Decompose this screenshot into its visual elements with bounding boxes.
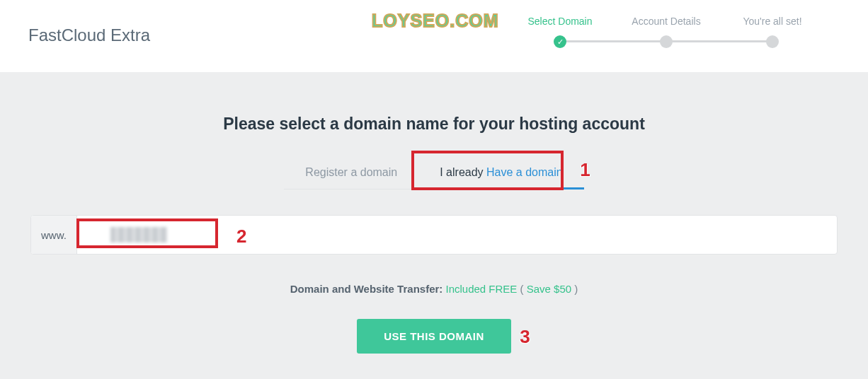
brand-title: FastCloud Extra xyxy=(28,25,150,45)
transfer-label: Domain and Website Transfer: xyxy=(290,283,446,295)
cta-wrap: USE THIS DOMAIN 3 xyxy=(357,319,511,354)
domain-input-row: www. 2 xyxy=(30,215,838,255)
step-label: Account Details xyxy=(632,16,700,27)
paren-open: ( xyxy=(517,283,526,295)
step-label: Select Domain xyxy=(527,16,592,27)
domain-tabs: Register a domain I already Have a domai… xyxy=(284,159,583,190)
progress-steps: Select Domain ✓ Account Details You're a… xyxy=(507,16,826,48)
step-connector xyxy=(560,40,666,42)
step-select-domain: Select Domain ✓ xyxy=(507,16,613,48)
step-connector xyxy=(666,40,772,42)
tab-have-domain[interactable]: I already Have a domain xyxy=(418,159,583,189)
checkmark-icon: ✓ xyxy=(554,35,566,48)
main-content: Please select a domain name for your hos… xyxy=(0,72,868,379)
paren-close: ) xyxy=(571,283,578,295)
transfer-free: Included FREE xyxy=(445,283,517,295)
page-heading: Please select a domain name for your hos… xyxy=(223,115,645,134)
domain-prefix: www. xyxy=(31,216,77,254)
annotation-number-3: 3 xyxy=(520,326,530,348)
dot-icon xyxy=(660,35,673,48)
tab-text-link: Have a domain xyxy=(486,166,563,178)
top-bar: FastCloud Extra LOYSEO.COM Select Domain… xyxy=(0,0,868,72)
tab-register-domain[interactable]: Register a domain xyxy=(284,159,418,189)
step-all-set: You're all set! xyxy=(719,16,826,48)
watermark: LOYSEO.COM xyxy=(372,11,498,31)
dot-icon xyxy=(766,35,779,48)
use-this-domain-button[interactable]: USE THIS DOMAIN xyxy=(357,319,511,354)
transfer-info: Domain and Website Transfer: Included FR… xyxy=(290,283,578,295)
tab-text-prefix: I already xyxy=(440,166,486,178)
step-account-details: Account Details xyxy=(613,16,719,48)
transfer-save[interactable]: Save $50 xyxy=(527,283,571,295)
domain-input[interactable] xyxy=(77,216,837,254)
step-label: You're all set! xyxy=(743,16,801,27)
